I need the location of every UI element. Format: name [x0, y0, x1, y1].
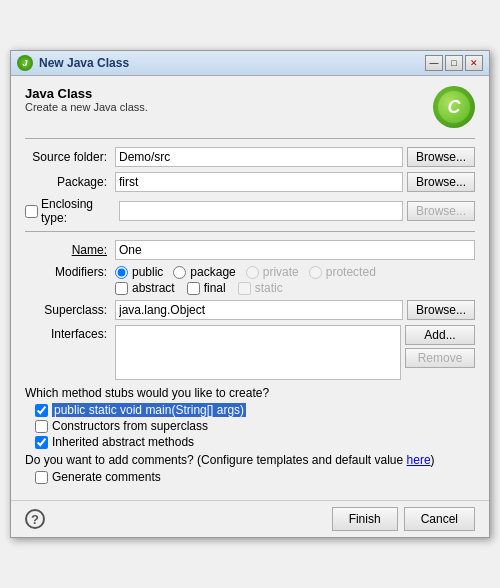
name-row: Name: One: [25, 240, 475, 260]
package-row: Package: first Browse...: [25, 172, 475, 192]
enclosing-type-input[interactable]: [119, 201, 403, 221]
name-label: Name:: [25, 243, 115, 257]
modifier-public-radio[interactable]: [115, 266, 128, 279]
stub-constructors-checkbox[interactable]: [35, 420, 48, 433]
package-browse-button[interactable]: Browse...: [407, 172, 475, 192]
modifiers-extra-row: abstract final static: [115, 281, 475, 295]
package-input[interactable]: first: [115, 172, 403, 192]
section-header: Java Class Create a new Java class. C: [25, 86, 475, 128]
interfaces-buttons: Add... Remove: [405, 325, 475, 368]
interfaces-textarea[interactable]: [115, 325, 401, 380]
section-subtitle: Create a new Java class.: [25, 101, 148, 113]
stubs-title: Which method stubs would you like to cre…: [25, 386, 475, 400]
modifier-private-radio[interactable]: [246, 266, 259, 279]
stub-main-highlighted: public static void main(String[] args): [52, 403, 246, 417]
dialog-content: Java Class Create a new Java class. C So…: [11, 76, 489, 494]
source-folder-label: Source folder:: [25, 150, 115, 164]
section-info: Java Class Create a new Java class.: [25, 86, 148, 113]
comments-section: Do you want to add comments? (Configure …: [25, 453, 475, 484]
section-title: Java Class: [25, 86, 148, 101]
enclosing-type-row: Enclosing type: Browse...: [25, 197, 475, 225]
window-title: New Java Class: [39, 56, 129, 70]
modifier-protected-radio[interactable]: [309, 266, 322, 279]
divider: [25, 138, 475, 139]
title-bar-controls: — □ ✕: [425, 55, 483, 71]
superclass-row: Superclass: java.lang.Object Browse...: [25, 300, 475, 320]
modifier-protected[interactable]: protected: [309, 265, 376, 279]
modifier-abstract-checkbox[interactable]: [115, 282, 128, 295]
modifier-options: public package private protected: [115, 265, 376, 279]
modifier-static-label: static: [255, 281, 283, 295]
modifier-final-label: final: [204, 281, 226, 295]
add-interface-button[interactable]: Add...: [405, 325, 475, 345]
finish-button[interactable]: Finish: [332, 507, 398, 531]
modifier-static[interactable]: static: [238, 281, 283, 295]
modifier-abstract[interactable]: abstract: [115, 281, 175, 295]
stub-constructors-label: Constructors from superclass: [52, 419, 208, 433]
stub-inherited-row: Inherited abstract methods: [35, 435, 475, 449]
stub-main-row: public static void main(String[] args): [35, 403, 475, 417]
package-label: Package:: [25, 175, 115, 189]
title-bar-left: J New Java Class: [17, 55, 129, 71]
modifier-static-checkbox[interactable]: [238, 282, 251, 295]
comments-title-suffix: ): [431, 453, 435, 467]
superclass-input[interactable]: java.lang.Object: [115, 300, 403, 320]
modifier-package-label: package: [190, 265, 235, 279]
divider2: [25, 231, 475, 232]
modifier-private-label: private: [263, 265, 299, 279]
dialog-window: J New Java Class — □ ✕ Java Class Create…: [10, 50, 490, 538]
modifier-package-radio[interactable]: [173, 266, 186, 279]
modifier-private[interactable]: private: [246, 265, 299, 279]
footer-buttons: Finish Cancel: [332, 507, 475, 531]
comments-title: Do you want to add comments? (Configure …: [25, 453, 475, 467]
source-folder-browse-button[interactable]: Browse...: [407, 147, 475, 167]
generate-comments-checkbox[interactable]: [35, 471, 48, 484]
cancel-button[interactable]: Cancel: [404, 507, 475, 531]
footer-left: ?: [25, 509, 45, 529]
source-folder-input[interactable]: Demo/src: [115, 147, 403, 167]
stub-inherited-label: Inherited abstract methods: [52, 435, 194, 449]
window-icon: J: [17, 55, 33, 71]
stub-main-checkbox[interactable]: [35, 404, 48, 417]
enclosing-type-browse-button[interactable]: Browse...: [407, 201, 475, 221]
enclosing-type-checkbox[interactable]: [25, 205, 38, 218]
interfaces-label: Interfaces:: [25, 325, 115, 341]
modifiers-label: Modifiers:: [25, 265, 115, 279]
minimize-button[interactable]: —: [425, 55, 443, 71]
java-logo-icon: C: [433, 86, 475, 128]
modifier-final[interactable]: final: [187, 281, 226, 295]
enclosing-type-label: Enclosing type:: [41, 197, 111, 225]
help-icon[interactable]: ?: [25, 509, 45, 529]
title-bar: J New Java Class — □ ✕: [11, 51, 489, 76]
modifier-package[interactable]: package: [173, 265, 235, 279]
superclass-browse-button[interactable]: Browse...: [407, 300, 475, 320]
source-folder-row: Source folder: Demo/src Browse...: [25, 147, 475, 167]
modifier-protected-label: protected: [326, 265, 376, 279]
enclosing-type-check-group: Enclosing type:: [25, 197, 115, 225]
stub-main-label: public static void main(String[] args): [52, 403, 246, 417]
comments-here-link[interactable]: here: [407, 453, 431, 467]
maximize-button[interactable]: □: [445, 55, 463, 71]
superclass-label: Superclass:: [25, 303, 115, 317]
interfaces-row: Interfaces: Add... Remove: [25, 325, 475, 380]
modifier-public[interactable]: public: [115, 265, 163, 279]
generate-comments-row: Generate comments: [35, 470, 475, 484]
modifiers-row: Modifiers: public package private protec…: [25, 265, 475, 279]
dialog-footer: ? Finish Cancel: [11, 500, 489, 537]
modifier-final-checkbox[interactable]: [187, 282, 200, 295]
close-button[interactable]: ✕: [465, 55, 483, 71]
stubs-section: Which method stubs would you like to cre…: [25, 386, 475, 449]
modifier-public-label: public: [132, 265, 163, 279]
name-input[interactable]: One: [115, 240, 475, 260]
modifier-abstract-label: abstract: [132, 281, 175, 295]
comments-title-prefix: Do you want to add comments? (Configure …: [25, 453, 407, 467]
generate-comments-label: Generate comments: [52, 470, 161, 484]
remove-interface-button[interactable]: Remove: [405, 348, 475, 368]
stub-constructors-row: Constructors from superclass: [35, 419, 475, 433]
stub-inherited-checkbox[interactable]: [35, 436, 48, 449]
